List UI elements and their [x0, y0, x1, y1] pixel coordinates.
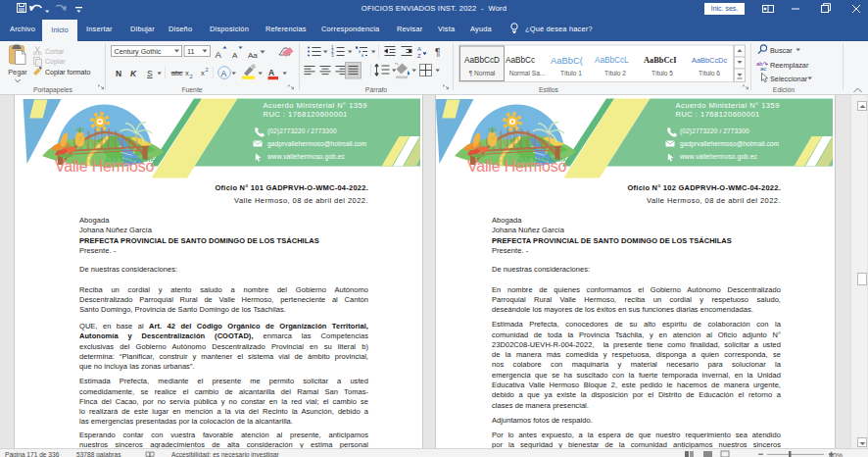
svg-text:RUC : 1768120600001: RUC : 1768120600001	[676, 110, 760, 119]
svg-text:Z: Z	[417, 53, 421, 59]
svg-text:2: 2	[206, 67, 209, 73]
svg-text:Aa: Aa	[248, 51, 258, 60]
svg-text:Seleccionar: Seleccionar	[770, 75, 808, 83]
svg-text:Acuerdo Ministerial N° 1359: Acuerdo Ministerial N° 1359	[676, 101, 780, 110]
svg-text:AaBbCcI: AaBbCcI	[644, 56, 677, 65]
svg-text:Título 6: Título 6	[699, 70, 720, 76]
svg-text:AaBbCc: AaBbCc	[506, 56, 535, 65]
svg-text:RUC : 1768120600001: RUC : 1768120600001	[264, 110, 348, 119]
svg-text:¶: ¶	[435, 47, 440, 58]
svg-text:AaBbCcD: AaBbCcD	[464, 56, 500, 65]
svg-text:A: A	[417, 46, 421, 52]
svg-text:80%: 80%	[829, 451, 843, 457]
svg-text:K: K	[130, 69, 137, 78]
svg-text:A: A	[268, 68, 274, 77]
svg-text:A: A	[232, 51, 238, 60]
svg-text:Estilos: Estilos	[539, 86, 559, 93]
svg-text:2: 2	[190, 74, 193, 79]
svg-text:Título 2: Título 2	[604, 70, 626, 76]
svg-text:Portapapeles: Portapapeles	[33, 86, 73, 94]
svg-text:Edición: Edición	[773, 86, 796, 93]
svg-text:AaBbCcL: AaBbCcL	[595, 56, 629, 65]
svg-text:Título 1: Título 1	[560, 70, 582, 76]
svg-text:Century Gothic: Century Gothic	[115, 47, 162, 56]
svg-text:Buscar: Buscar	[770, 46, 793, 55]
svg-text:ac: ac	[760, 66, 766, 72]
svg-text:gadprvallehermoso@hotmail.com: gadprvallehermoso@hotmail.com	[267, 140, 367, 148]
svg-text:x: x	[201, 69, 205, 77]
svg-text:A: A	[216, 49, 222, 60]
svg-text:www.vallehermoso.gob.ec: www.vallehermoso.gob.ec	[679, 153, 758, 161]
svg-text:www.vallehermoso.gob.ec: www.vallehermoso.gob.ec	[266, 153, 346, 161]
svg-text:AaBbC(: AaBbC(	[551, 55, 584, 66]
svg-text:N: N	[116, 69, 121, 78]
svg-text:A: A	[221, 69, 227, 78]
svg-text:Valle Hermoso: Valle Hermoso	[467, 158, 566, 175]
svg-text:Copiar: Copiar	[45, 58, 66, 66]
svg-text:(02)2773220 / 2773300: (02)2773220 / 2773300	[267, 127, 337, 135]
svg-text:Fuente: Fuente	[181, 86, 202, 93]
svg-text:11: 11	[187, 47, 194, 56]
svg-text:Acuerdo Ministerial N° 1359: Acuerdo Ministerial N° 1359	[264, 101, 367, 110]
svg-text:(02)2773220 / 2773300: (02)2773220 / 2773300	[680, 127, 749, 135]
svg-text:¶ Normal: ¶ Normal	[469, 70, 496, 76]
svg-text:AaBbCcDc: AaBbCcDc	[692, 56, 727, 65]
svg-text:x: x	[185, 69, 189, 77]
svg-text:Pegar: Pegar	[8, 68, 27, 76]
svg-text:Copiar formato: Copiar formato	[45, 69, 90, 76]
svg-text:Normal Sa...: Normal Sa...	[509, 70, 546, 76]
svg-text:Párrafo: Párrafo	[365, 86, 388, 93]
svg-text:Cortar: Cortar	[45, 48, 65, 55]
svg-text:Valle Hermoso: Valle Hermoso	[55, 158, 154, 175]
svg-text:3: 3	[331, 53, 334, 58]
svg-text:S: S	[147, 69, 153, 78]
svg-text:Reemplazar: Reemplazar	[770, 61, 809, 70]
svg-text:gadprvallehermoso@hotmail.com: gadprvallehermoso@hotmail.com	[680, 140, 780, 148]
svg-text:Título 5: Título 5	[651, 70, 673, 76]
